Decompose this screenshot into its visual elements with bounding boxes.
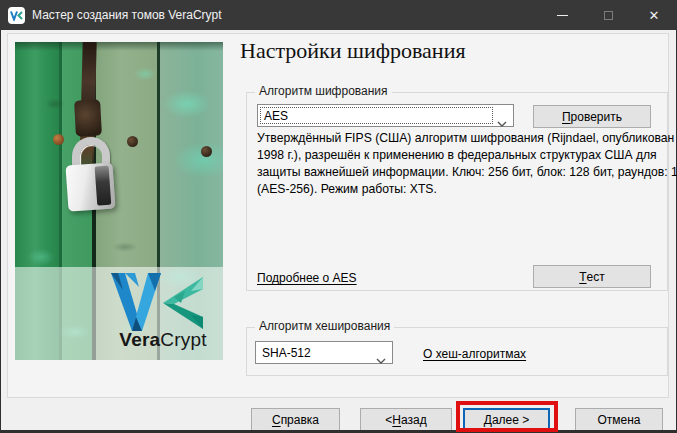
window-controls: ✕ <box>539 0 677 30</box>
test-button[interactable]: Тест <box>533 265 651 288</box>
close-button[interactable]: ✕ <box>631 0 677 30</box>
encryption-algorithm-value: AES <box>264 109 288 123</box>
label-key: Н <box>392 413 401 427</box>
minimize-button[interactable] <box>539 0 585 30</box>
minimize-icon <box>557 15 568 16</box>
bolt <box>201 146 212 157</box>
label-key: Т <box>579 270 586 284</box>
window-title: Мастер создания томов VeraCrypt <box>32 8 539 22</box>
close-icon: ✕ <box>649 9 660 22</box>
encryption-algorithm-group: Алгоритм шифрования AES Проверить Утверж… <box>246 92 668 291</box>
encryption-group-label: Алгоритм шифрования <box>255 84 392 98</box>
padlock-icon <box>65 162 115 211</box>
hasp-staple <box>74 99 102 136</box>
wordmark-rest: Crypt <box>160 329 206 350</box>
more-about-aes-link[interactable]: Подробнее о AES <box>257 271 357 285</box>
label-rest: азад <box>401 413 427 427</box>
label-rest: правка <box>281 413 319 427</box>
description-line: 1998 г.), разрешён к применению в федера… <box>257 147 677 164</box>
hash-info-link[interactable]: О хеш-алгоритмах <box>423 347 526 361</box>
description-line: защиты важнейшей информации. Ключ: 256 б… <box>257 164 677 181</box>
hash-algorithm-group: Алгоритм хеширования SHA-512 О хеш-алгор… <box>246 327 668 376</box>
label-rest: роверить <box>571 110 622 124</box>
label-pre: < <box>385 413 392 427</box>
veracrypt-wordmark: VeraCrypt <box>93 329 223 351</box>
help-button[interactable]: Справка <box>251 408 340 431</box>
veracrypt-logo <box>111 273 207 331</box>
bolt <box>53 134 64 145</box>
label-key: С <box>272 413 281 427</box>
focus-rect <box>260 107 493 124</box>
label-key: Д <box>484 413 492 427</box>
chevron-down-icon <box>376 350 386 368</box>
encryption-algorithm-select[interactable]: AES <box>257 104 514 127</box>
description-line: Утверждённый FIPS (США) алгоритм шифрова… <box>257 130 677 147</box>
benchmark-button[interactable]: Проверить <box>533 105 651 128</box>
label-rest: Отмена <box>597 413 640 427</box>
veracrypt-app-icon <box>8 7 25 24</box>
algorithm-description: Утверждённый FIPS (США) алгоритм шифрова… <box>257 130 677 198</box>
next-button[interactable]: Далее > <box>463 408 550 431</box>
wordmark-bold: Vera <box>119 329 160 350</box>
page-title: Настройки шифрования <box>240 38 466 64</box>
hash-group-label: Алгоритм хеширования <box>255 319 394 333</box>
hash-algorithm-select[interactable]: SHA-512 <box>255 341 393 364</box>
back-button[interactable]: < Назад <box>360 408 452 431</box>
cancel-button[interactable]: Отмена <box>575 408 663 431</box>
padlock-keyhole-plate <box>95 166 112 206</box>
chevron-down-icon <box>497 113 507 131</box>
bolt <box>127 136 138 147</box>
label-key: П <box>562 110 571 124</box>
door-photo: VeraCrypt <box>15 42 223 360</box>
description-line: (AES-256). Режим работы: XTS. <box>257 181 677 198</box>
veracrypt-wizard-window: Мастер создания томов VeraCrypt ✕ <box>0 0 677 433</box>
maximize-icon <box>604 11 613 20</box>
label-rest: алее > <box>492 413 529 427</box>
label-rest: ест <box>587 270 605 284</box>
maximize-button <box>585 0 631 30</box>
titlebar: Мастер создания томов VeraCrypt ✕ <box>0 0 677 30</box>
hash-algorithm-value: SHA-512 <box>262 346 311 360</box>
branding-band: VeraCrypt <box>15 267 223 360</box>
